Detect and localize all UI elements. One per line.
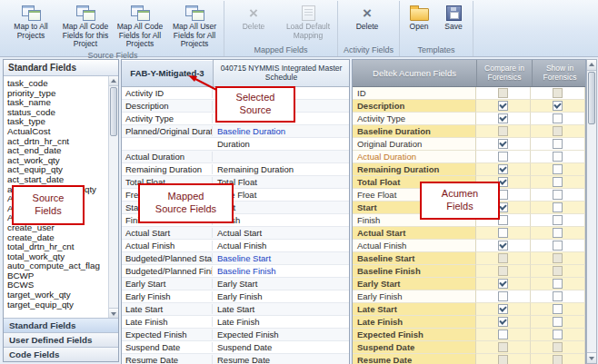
show-checkbox[interactable] [553, 279, 563, 289]
show-checkbox[interactable] [553, 101, 563, 111]
compare-checkbox[interactable] [498, 317, 508, 327]
save-button[interactable]: Save [436, 1, 471, 44]
compare-checkbox[interactable] [498, 304, 508, 314]
load-default-icon [302, 5, 315, 21]
delete-button[interactable]: Delete [340, 1, 394, 44]
compare-checkbox[interactable] [498, 241, 508, 251]
source-field-item[interactable]: act_start_date [7, 175, 108, 185]
show-cell [531, 151, 585, 163]
compare-checkbox[interactable] [498, 113, 508, 123]
mapped-cell-nym[interactable]: Baseline Finish [213, 266, 349, 276]
show-checkbox[interactable] [553, 164, 563, 174]
show-checkbox[interactable] [553, 228, 563, 238]
show-cell [531, 176, 585, 189]
mapped-cell-nym[interactable]: Resume Date [213, 355, 349, 364]
compare-checkbox[interactable] [498, 279, 508, 289]
scroll-down-icon[interactable] [109, 308, 118, 318]
show-checkbox[interactable] [553, 291, 563, 301]
acumen-row: Actual Finish [353, 240, 585, 252]
scroll-track[interactable] [109, 86, 118, 308]
mapped-cell-fab[interactable]: Planned/Original Duration [122, 126, 213, 136]
show-checkbox[interactable] [553, 152, 563, 162]
scroll-up-icon[interactable] [587, 60, 596, 71]
delete-button[interactable]: Delete [226, 1, 281, 44]
source-column-header-nymmis[interactable]: 040715 NYMMIS Integrated Master Schedule [214, 60, 349, 86]
show-checkbox[interactable] [553, 177, 563, 187]
delete-x-icon [363, 5, 372, 21]
mapping-row: Actual Duration [122, 151, 349, 163]
compare-checkbox[interactable] [498, 164, 508, 174]
mapping-row: Early FinishEarly Finish [122, 290, 349, 303]
source-field-item[interactable]: ActualCost [7, 127, 108, 137]
source-list-scrollbar[interactable] [108, 76, 118, 318]
mapped-cell-nym[interactable]: Late Finish [213, 317, 349, 327]
mapped-cell-fab[interactable]: Budgeted/Planned Start [122, 253, 213, 263]
compare-checkbox[interactable] [498, 291, 508, 301]
scroll-track[interactable] [587, 71, 596, 352]
load-default-mapping-button[interactable]: Load Default Mapping [281, 1, 335, 44]
acumen-field-name: Baseline Duration [353, 125, 476, 138]
show-checkbox[interactable] [553, 215, 563, 225]
map-all-code-fields-for-all-projects-button[interactable]: Map All Code Fields for All Projects [113, 1, 167, 50]
mapped-cell-fab[interactable]: Description [122, 101, 213, 111]
save-icon [446, 5, 462, 21]
map-all-user-fields-for-all-projects-button[interactable]: Map All User Fields for All Projects [167, 1, 222, 50]
show-cell [531, 125, 585, 138]
mapped-cell-fab[interactable]: Early Start [122, 279, 213, 289]
mapped-cell-fab[interactable]: Activity Type [122, 113, 213, 123]
source-field-item[interactable]: target_equip_qty [7, 300, 108, 310]
show-checkbox[interactable] [553, 139, 563, 149]
compare-checkbox[interactable] [498, 228, 508, 238]
scroll-down-icon[interactable] [587, 352, 596, 363]
mapped-cell-nym[interactable]: Suspend Date [213, 342, 349, 352]
compare-checkbox[interactable] [498, 139, 508, 149]
mapped-cell-fab[interactable]: Actual Finish [122, 241, 213, 251]
mapped-cell-fab[interactable]: Remaining Duration [122, 164, 213, 174]
mapped-cell-fab[interactable]: Late Finish [122, 317, 213, 327]
mapped-cell-nym[interactable]: Expected Finish [213, 330, 349, 339]
mapped-cell-fab[interactable]: Late Start [122, 304, 213, 314]
scroll-thumb[interactable] [588, 72, 595, 124]
delete-icon [249, 5, 258, 21]
source-column-header-selected[interactable]: FAB-Y-Mitigated-3 [122, 60, 214, 86]
map-all-code-fields-for-this-project-button[interactable]: Map All Code Fields for this Project [58, 1, 113, 50]
tab-code-fields[interactable]: Code Fields [4, 347, 118, 361]
mapped-cell-fab[interactable]: Expected Finish [122, 330, 213, 339]
compare-checkbox[interactable] [498, 101, 508, 111]
mapped-cell-fab[interactable]: Actual Duration [122, 152, 213, 162]
show-checkbox[interactable] [553, 190, 563, 200]
window-vertical-scrollbar[interactable] [586, 59, 597, 364]
show-checkbox[interactable] [553, 202, 563, 212]
mapped-cell-fab[interactable]: Actual Start [122, 228, 213, 238]
show-checkbox[interactable] [553, 113, 563, 123]
mapped-cell-nym[interactable]: Duration [213, 139, 349, 149]
open-button[interactable]: Open [402, 1, 436, 44]
delete-label: Delete [243, 23, 265, 32]
show-checkbox[interactable] [553, 241, 563, 251]
mapped-cell-nym[interactable]: Remaining Duration [213, 164, 349, 174]
mapped-cell-nym[interactable]: Actual Start [213, 228, 349, 238]
acumen-row: Late Start [353, 303, 585, 316]
mapped-cell-nym[interactable]: Baseline Start [213, 253, 349, 263]
tab-user-defined-fields[interactable]: User Defined Fields [4, 332, 118, 347]
compare-checkbox[interactable] [498, 152, 508, 162]
mapped-cell-nym[interactable]: Actual Finish [213, 241, 349, 251]
show-checkbox[interactable] [553, 304, 563, 314]
mapped-cell-fab[interactable]: Budgeted/Planned Finish [122, 266, 213, 276]
mapped-cell-fab[interactable]: Activity ID [122, 88, 213, 98]
mapped-cell-fab[interactable]: Suspend Date [122, 342, 213, 352]
show-checkbox[interactable] [553, 317, 563, 327]
mapped-cell-fab[interactable]: Early Finish [122, 291, 213, 301]
mapped-cell-nym[interactable]: Late Start [213, 304, 349, 314]
source-field-item[interactable]: task_code [7, 79, 108, 89]
mapped-cell-nym[interactable]: Early Finish [213, 291, 349, 301]
mapped-cell-fab[interactable]: Resume Date [122, 355, 213, 364]
mapped-cell-nym[interactable]: Baseline Duration [213, 126, 349, 136]
scroll-thumb[interactable] [110, 87, 117, 136]
compare-checkbox[interactable] [498, 330, 508, 339]
scroll-up-icon[interactable] [109, 76, 118, 86]
tab-standard-fields[interactable]: Standard Fields [4, 318, 118, 332]
show-checkbox[interactable] [553, 330, 563, 339]
map-to-all-projects-button[interactable]: Map to All Projects [4, 1, 58, 50]
mapped-cell-nym[interactable]: Early Start [213, 279, 349, 289]
